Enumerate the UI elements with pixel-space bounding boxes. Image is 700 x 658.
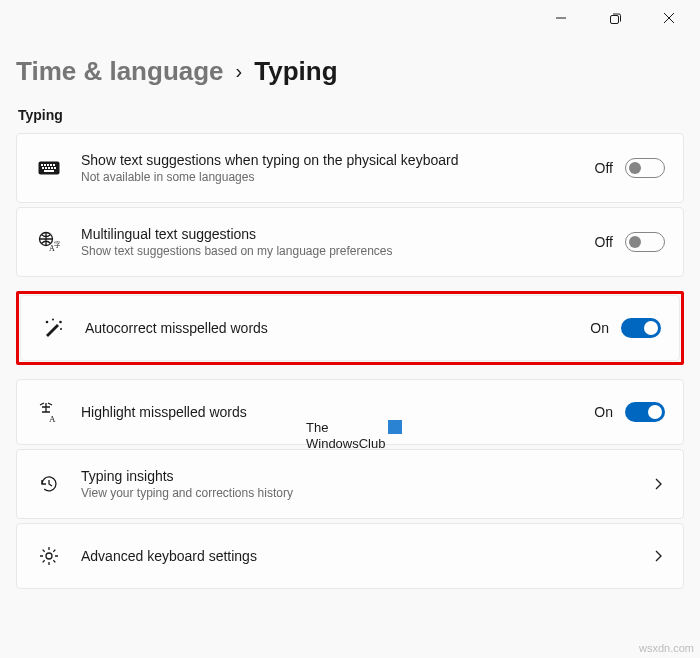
breadcrumb-parent[interactable]: Time & language [16, 56, 224, 87]
setting-subtitle: View your typing and corrections history [81, 486, 643, 500]
magic-wand-icon [39, 317, 67, 339]
svg-point-24 [46, 553, 52, 559]
setting-title: Highlight misspelled words [81, 404, 594, 420]
section-label: Typing [18, 107, 684, 123]
setting-multilingual-suggestions[interactable]: A字 Multilingual text suggestions Show te… [16, 207, 684, 277]
svg-rect-11 [45, 167, 47, 169]
history-icon [35, 473, 63, 495]
window-titlebar [0, 0, 700, 36]
toggle-state-label: On [590, 320, 609, 336]
svg-rect-15 [44, 170, 54, 172]
toggle-autocorrect[interactable] [621, 318, 661, 338]
svg-text:字: 字 [54, 241, 60, 249]
setting-advanced-keyboard[interactable]: Advanced keyboard settings [16, 523, 684, 589]
svg-rect-1 [610, 15, 618, 23]
maximize-button[interactable] [592, 2, 638, 34]
svg-rect-14 [54, 167, 56, 169]
svg-rect-9 [53, 164, 55, 166]
setting-title: Show text suggestions when typing on the… [81, 152, 595, 168]
svg-point-20 [52, 319, 54, 321]
setting-subtitle: Show text suggestions based on my langua… [81, 244, 595, 258]
spellcheck-icon: A [35, 401, 63, 423]
chevron-right-icon [651, 549, 665, 563]
setting-autocorrect[interactable]: Autocorrect misspelled words On [20, 295, 680, 361]
toggle-state-label: On [594, 404, 613, 420]
svg-rect-12 [48, 167, 50, 169]
svg-rect-13 [51, 167, 53, 169]
close-icon [664, 13, 674, 23]
setting-subtitle: Not available in some languages [81, 170, 595, 184]
minimize-icon [556, 13, 566, 23]
svg-point-19 [46, 321, 49, 324]
svg-point-22 [60, 328, 62, 330]
watermark-corner: wsxdn.com [639, 642, 694, 654]
svg-rect-8 [50, 164, 52, 166]
chevron-right-icon [651, 477, 665, 491]
annotation-highlight: Autocorrect misspelled words On [16, 291, 684, 365]
svg-point-21 [59, 321, 62, 324]
keyboard-icon [35, 161, 63, 175]
toggle-state-label: Off [595, 234, 613, 250]
close-button[interactable] [646, 2, 692, 34]
setting-title: Typing insights [81, 468, 643, 484]
globe-language-icon: A字 [35, 231, 63, 253]
setting-title: Autocorrect misspelled words [85, 320, 590, 336]
setting-text-suggestions[interactable]: Show text suggestions when typing on the… [16, 133, 684, 203]
setting-title: Advanced keyboard settings [81, 548, 643, 564]
toggle-text-suggestions[interactable] [625, 158, 665, 178]
page-title: Typing [254, 56, 337, 87]
minimize-button[interactable] [538, 2, 584, 34]
toggle-state-label: Off [595, 160, 613, 176]
svg-rect-6 [44, 164, 46, 166]
gear-icon [35, 545, 63, 567]
toggle-multilingual[interactable] [625, 232, 665, 252]
setting-highlight-misspelled[interactable]: A Highlight misspelled words On [16, 379, 684, 445]
chevron-right-icon: › [236, 60, 243, 83]
svg-rect-5 [41, 164, 43, 166]
setting-title: Multilingual text suggestions [81, 226, 595, 242]
setting-typing-insights[interactable]: Typing insights View your typing and cor… [16, 449, 684, 519]
svg-rect-10 [42, 167, 44, 169]
settings-page: Time & language › Typing Typing Show tex… [0, 36, 700, 601]
svg-rect-7 [47, 164, 49, 166]
svg-text:A: A [49, 414, 56, 423]
maximize-icon [610, 13, 621, 24]
toggle-highlight-misspelled[interactable] [625, 402, 665, 422]
breadcrumb: Time & language › Typing [16, 56, 684, 87]
